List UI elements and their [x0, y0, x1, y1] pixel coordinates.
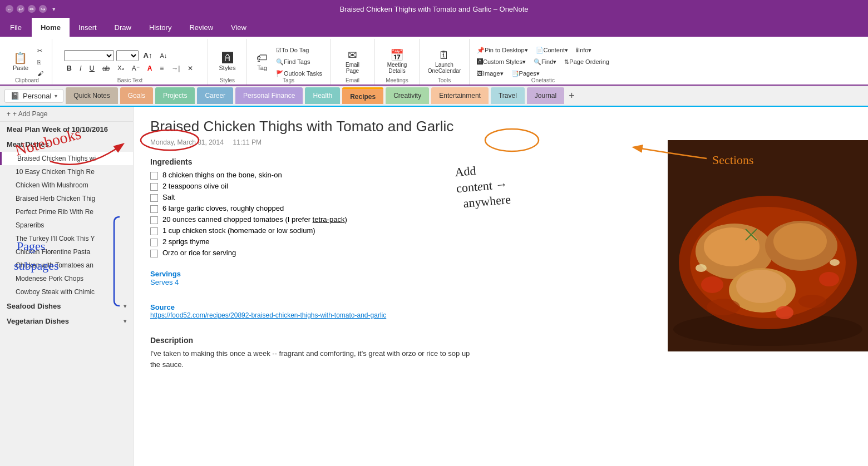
section-tab-health[interactable]: Health	[305, 87, 340, 104]
image-button[interactable]: 🖼 Image ▾	[474, 68, 506, 79]
section-tab-recipes[interactable]: Recipes	[342, 87, 383, 104]
description-text: I've taken to making this once a week --…	[150, 348, 473, 370]
strikethrough-button[interactable]: ab	[100, 63, 112, 74]
note-date: Monday, March 31, 2014	[150, 138, 224, 146]
tab-home[interactable]: Home	[32, 18, 70, 37]
add-page-button[interactable]: + + Add Page	[0, 107, 133, 122]
source-url[interactable]: https://food52.com/recipes/20892-braised…	[150, 311, 473, 319]
ingredient-cb-7[interactable]	[150, 239, 158, 246]
page-ordering-button[interactable]: ⇅ Page Ordering	[561, 57, 612, 67]
ingredient-cb-2[interactable]	[150, 183, 158, 191]
svg-point-15	[707, 299, 740, 315]
group-seafood[interactable]: Seafood Dishes ▾	[0, 299, 133, 314]
tab-draw[interactable]: Draw	[106, 18, 140, 37]
tab-view[interactable]: View	[222, 18, 255, 37]
pen-btn[interactable]: ✏	[28, 5, 36, 13]
content-button[interactable]: 📄 Content ▾	[533, 45, 571, 56]
clear-format-button[interactable]: ✕	[185, 63, 196, 74]
notebook-icon: 📓	[11, 92, 19, 100]
indent-button[interactable]: →|	[169, 63, 183, 74]
ingredient-cb-8[interactable]	[150, 250, 158, 257]
page-item-braised-chicken[interactable]: Braised Chicken Thighs wi	[0, 152, 133, 165]
meeting-details-button[interactable]: 📅 MeetingDetails	[384, 47, 411, 76]
section-tab-journal[interactable]: Journal	[527, 87, 564, 104]
find-onetastic-button[interactable]: 🔍 Find ▾	[531, 57, 559, 67]
underline-button[interactable]: U	[87, 62, 97, 74]
page-item-turkey[interactable]: The Turkey I'll Cook This Y	[0, 232, 133, 245]
ingredient-7: 2 sprigs thyme	[150, 237, 473, 246]
page-item-chicken-mushroom[interactable]: Chicken With Mushroom	[0, 179, 133, 192]
italic-button[interactable]: I	[77, 62, 85, 74]
font-color-button[interactable]: A	[145, 63, 155, 74]
copy-button[interactable]: ⎘	[34, 57, 46, 67]
ribbon-group-onetastic: 📌 Pin to Desktop ▾ 📄 Content ▾ ℹ Info ▾ …	[470, 39, 617, 85]
calendar-icon: 📅	[390, 49, 404, 61]
section-tab-projects[interactable]: Projects	[155, 87, 195, 104]
notebook-bar: 📓 Personal ▾ Quick Notes Goals Projects …	[0, 86, 868, 107]
find-tags-button[interactable]: 🔍 Find Tags	[273, 57, 325, 67]
group-mealplan[interactable]: Meal Plan Week of 10/10/2016	[0, 122, 133, 137]
font-size-select[interactable]	[116, 50, 139, 61]
styles-button[interactable]: 🅰 Styles	[216, 50, 239, 73]
svg-point-18	[830, 259, 840, 266]
back-btn[interactable]: ←	[6, 5, 13, 13]
page-item-10-easy[interactable]: 10 Easy Chicken Thigh Re	[0, 165, 133, 179]
section-tab-creativity[interactable]: Creativity	[386, 87, 429, 104]
pages-panel: + + Add Page Meal Plan Week of 10/10/201…	[0, 107, 134, 466]
bold-button[interactable]: B	[64, 62, 75, 74]
note-content: Braised Chicken Thighs with Tomato and G…	[134, 107, 868, 466]
ingredient-cb-5[interactable]	[150, 216, 158, 224]
align-button[interactable]: ≡	[157, 63, 166, 74]
outlook-tasks-button[interactable]: 🚩 Outlook Tasks	[273, 68, 325, 79]
undo-btn[interactable]: ↩	[17, 5, 24, 13]
page-item-florentine[interactable]: Chicken Florentine Pasta	[0, 245, 133, 259]
page-item-prime-rib[interactable]: Perfect Prime Rib With Re	[0, 205, 133, 219]
add-section-button[interactable]: +	[566, 90, 577, 102]
font-family-select[interactable]	[64, 50, 114, 61]
redo-btn[interactable]: ↪	[39, 5, 47, 13]
tab-history[interactable]: History	[140, 18, 180, 37]
notebook-chevron-icon: ▾	[55, 93, 57, 99]
servings-value: Serves 4	[150, 278, 473, 286]
ingredient-cb-3[interactable]	[150, 194, 158, 202]
cut-button[interactable]: ✂	[34, 46, 46, 56]
section-tab-entertainment[interactable]: Entertainment	[431, 87, 489, 104]
notebook-selector[interactable]: 📓 Personal ▾	[4, 89, 63, 103]
todo-tag-button[interactable]: ☑ To Do Tag	[273, 45, 325, 56]
section-tab-travel[interactable]: Travel	[491, 87, 525, 104]
paste-button[interactable]: 📋 Paste	[8, 49, 33, 74]
subscript-button[interactable]: X₂	[115, 63, 126, 73]
vegetarian-chevron-icon: ▾	[124, 318, 126, 324]
page-item-chicken-tomatoes[interactable]: Chicken with Tomatoes an	[0, 259, 133, 272]
page-item-cowboy-steak[interactable]: Cowboy Steak with Chimic	[0, 285, 133, 299]
section-tab-personalfinance[interactable]: Personal Finance	[235, 87, 303, 104]
ingredient-3: Salt	[150, 193, 473, 202]
grow-font-button[interactable]: A↑	[141, 49, 155, 61]
group-vegetarian[interactable]: Vegetarian Dishes ▾	[0, 314, 133, 329]
highlight-button[interactable]: A⁻	[129, 63, 142, 74]
page-item-spareribs[interactable]: Spareribs	[0, 219, 133, 232]
section-tab-quicknotes[interactable]: Quick Notes	[66, 87, 117, 104]
shrink-font-button[interactable]: A↓	[157, 51, 170, 61]
pin-to-desktop-button[interactable]: 📌 Pin to Desktop ▾	[474, 45, 531, 56]
ingredient-cb-6[interactable]	[150, 227, 158, 235]
page-item-pork-chops[interactable]: Modenese Pork Chops	[0, 272, 133, 285]
tab-insert[interactable]: Insert	[70, 18, 106, 37]
group-meatdishes[interactable]: Meat Dishes	[0, 137, 133, 152]
launch-onecalendar-button[interactable]: 🗓 LaunchOneCalendar	[425, 47, 464, 76]
ribbon-group-clipboard: 📋 Paste ✂ ⎘ 🖌 Clipboard	[2, 39, 52, 85]
custom-styles-button[interactable]: 🅰 Custom Styles ▾	[474, 57, 529, 67]
ingredient-cb-4[interactable]	[150, 205, 158, 213]
tag-button[interactable]: 🏷 Tag	[252, 50, 272, 73]
ingredient-1: 8 chicken thighs on the bone, skin-on	[150, 171, 473, 180]
info-button[interactable]: ℹ Info ▾	[573, 45, 594, 56]
format-painter-button[interactable]: 🖌	[34, 68, 46, 78]
section-tab-career[interactable]: Career	[197, 87, 233, 104]
tab-file[interactable]: File	[0, 18, 32, 37]
section-tab-goals[interactable]: Goals	[120, 87, 153, 104]
ingredient-cb-1[interactable]	[150, 172, 158, 180]
ribbon-group-meetings: 📅 MeetingDetails Meetings	[375, 39, 420, 85]
tab-review[interactable]: Review	[180, 18, 222, 37]
email-page-button[interactable]: ✉ EmailPage	[342, 47, 363, 76]
page-item-braised-herb[interactable]: Braised Herb Chicken Thig	[0, 192, 133, 205]
